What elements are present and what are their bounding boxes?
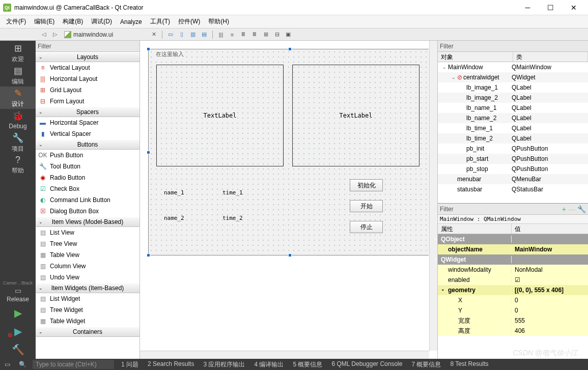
grid-icon[interactable]: ⊞ (261, 30, 271, 40)
lb-time-2[interactable]: time_2 (222, 215, 243, 221)
maximize-button[interactable]: ☐ (539, 1, 562, 15)
close-button[interactable]: ✕ (562, 1, 585, 15)
menu-Analyze[interactable]: Analyze (116, 16, 146, 27)
widget-item[interactable]: ☑Check Box (36, 183, 139, 194)
main-window-form[interactable]: 在这里输入 TextLabel TextLabel name_1 time_1 … (148, 49, 431, 255)
widget-item[interactable]: |||Horizontal Layout (36, 73, 139, 84)
widget-item[interactable]: ▤List View (36, 227, 139, 238)
object-tree-row[interactable]: statusbarQStatusBar (438, 184, 588, 194)
widget-item[interactable]: ▤Undo View (36, 272, 139, 283)
kit-selector[interactable]: Camer…lBack (3, 280, 33, 286)
object-tree-row[interactable]: pb_stopQPushButton (438, 164, 588, 174)
align-v-icon[interactable]: ≡ (227, 30, 237, 40)
lb-image-2[interactable]: TextLabel (292, 65, 419, 166)
widget-group-header[interactable]: ⌄Item Widgets (Item-Based) (36, 283, 139, 293)
run-button[interactable]: ▶ (14, 304, 22, 322)
property-row[interactable]: windowModalityNonModal (438, 265, 588, 275)
object-tree-row[interactable]: pb_startQPushButton (438, 154, 588, 164)
menu-构建(B)[interactable]: 构建(B) (59, 15, 87, 28)
layout-vsplit-icon[interactable]: ▤ (199, 30, 209, 40)
property-row[interactable]: X0 (438, 295, 588, 305)
sidebar-toggle-icon[interactable]: ▭ (2, 361, 12, 368)
document-path[interactable]: mainwindow.ui (61, 31, 116, 38)
widget-item[interactable]: ◐Command Link Button (36, 194, 139, 206)
object-filter[interactable]: Filter (438, 41, 588, 52)
adjust-size-icon[interactable]: ▣ (283, 30, 293, 40)
nav-back-icon[interactable]: ◁ (39, 30, 49, 40)
object-tree-row[interactable]: lb_image_2QLabel (438, 93, 588, 103)
output-tab[interactable]: 4 编译输出 (252, 359, 286, 370)
mode-welcome[interactable]: ⊞欢迎 (0, 42, 36, 64)
pb-start[interactable]: 开始 (350, 200, 383, 212)
debug-run-button[interactable]: ▶🐞 (14, 322, 22, 340)
widget-group-header[interactable]: ⌄Containers (36, 327, 139, 337)
search-icon[interactable]: 🔍 (17, 361, 27, 368)
widget-item[interactable]: ⊞Grid Layout (36, 84, 139, 96)
property-row[interactable]: ⌄geometry[(0, 0), 555 x 406] (438, 285, 588, 295)
widget-item[interactable]: ▦Table Widget (36, 316, 139, 327)
output-tab[interactable]: 7 概要信息 (409, 359, 443, 370)
mode-help[interactable]: ?帮助 (0, 154, 36, 176)
object-tree-row[interactable]: lb_time_2QLabel (438, 133, 588, 144)
property-row[interactable]: 高度406 (438, 326, 588, 336)
layout-hsplit-icon[interactable]: ▥ (188, 30, 198, 40)
widget-item[interactable]: ▦Table View (36, 249, 139, 261)
object-tree-row[interactable]: ⌄⊘centralwidgetQWidget (438, 72, 588, 82)
menu-帮助(H)[interactable]: 帮助(H) (204, 15, 233, 28)
object-tree-row[interactable]: lb_name_2QLabel (438, 113, 588, 123)
output-tab[interactable]: 3 应用程序输出 (201, 359, 247, 370)
v-scrollbar[interactable] (429, 41, 437, 351)
property-row[interactable]: Y0 (438, 305, 588, 316)
property-filter[interactable]: Filter + — 🔧 (438, 204, 588, 215)
nav-fwd-icon[interactable]: ▷ (50, 30, 60, 40)
property-row[interactable]: objectNameMainWindow (438, 244, 588, 254)
build-button[interactable]: 🔨 (12, 340, 24, 359)
layout-h-icon[interactable]: ▭ (165, 30, 176, 40)
widget-group-header[interactable]: ⌄Spacers (36, 107, 139, 117)
lb-name-2[interactable]: name_2 (164, 215, 184, 221)
close-doc-icon[interactable]: ✕ (149, 30, 159, 40)
remove-prop-icon[interactable]: — (568, 205, 575, 213)
property-row[interactable]: enabled☑ (438, 275, 588, 285)
pb-init[interactable]: 初始化 (350, 179, 383, 191)
mode-design[interactable]: ✎设计 (0, 87, 36, 109)
widget-item[interactable]: ▥Column View (36, 261, 139, 272)
widget-item[interactable]: ⊟Form Layout (36, 96, 139, 107)
object-tree-row[interactable]: lb_image_1QLabel (438, 82, 588, 93)
widget-item[interactable]: ☒Dialog Button Box (36, 206, 139, 217)
build-config[interactable]: ▭Release (0, 286, 36, 304)
lb-image-1[interactable]: TextLabel (156, 65, 284, 166)
widget-item[interactable]: ≡Vertical Layout (36, 62, 139, 73)
property-row[interactable]: ⌄QObject (438, 234, 588, 244)
widget-item[interactable]: OKPush Button (36, 150, 139, 161)
widget-item[interactable]: ▤List Widget (36, 293, 139, 304)
output-tab[interactable]: 8 Test Results (448, 359, 490, 370)
widget-filter[interactable]: Filter (36, 41, 139, 52)
break-layout-icon[interactable]: ⊟ (272, 30, 282, 40)
layout-v-icon[interactable]: ▯ (177, 30, 187, 40)
mode-debug[interactable]: 🐞Debug (0, 109, 36, 131)
menu-控件(W)[interactable]: 控件(W) (174, 15, 204, 28)
object-tree-row[interactable]: pb_initQPushButton (438, 144, 588, 154)
align-h-icon[interactable]: ||| (216, 30, 226, 40)
property-row[interactable]: ⌄QWidget (438, 254, 588, 265)
widget-group-header[interactable]: ⌄Layouts (36, 52, 139, 62)
object-tree-row[interactable]: lb_time_1QLabel (438, 123, 588, 133)
menu-调试(D)[interactable]: 调试(D) (87, 15, 116, 28)
widget-group-header[interactable]: ⌄Item Views (Model-Based) (36, 217, 139, 227)
menu-文件(F)[interactable]: 文件(F) (2, 15, 30, 28)
pb-stop[interactable]: 停止 (350, 221, 383, 233)
menu-工具(T)[interactable]: 工具(T) (146, 15, 174, 28)
mode-projects[interactable]: 🔧项目 (0, 131, 36, 154)
lb-time-1[interactable]: time_1 (222, 189, 243, 196)
minimize-button[interactable]: ─ (516, 1, 539, 15)
property-row[interactable]: 宽度555 (438, 316, 588, 326)
locator-input[interactable]: Type to locate (Ctrl+K) (33, 360, 114, 369)
menu-编辑(E)[interactable]: 编辑(E) (30, 15, 59, 28)
align-vc-icon[interactable]: Ⅲ (249, 30, 260, 40)
widget-item[interactable]: 🔧Tool Button (36, 161, 139, 172)
widget-item[interactable]: ◉Radio Button (36, 172, 139, 183)
output-tab[interactable]: 5 概要信息 (291, 359, 324, 370)
menu-placeholder[interactable]: 在这里输入 (154, 50, 186, 58)
widget-item[interactable]: ▬Horizontal Spacer (36, 117, 139, 128)
